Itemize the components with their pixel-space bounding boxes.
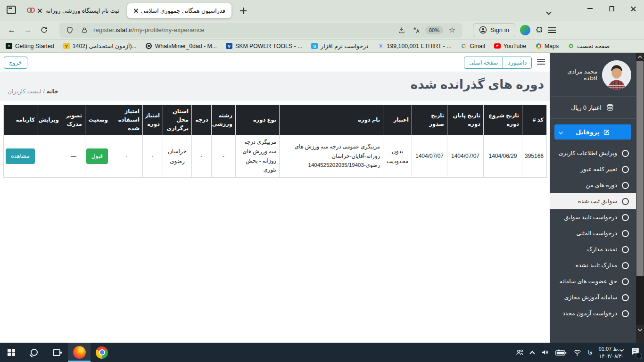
bookmark-getting-started[interactable]: ⚑Getting Started [6,43,54,49]
courses-table: # کد تاریخ شروع دوره تاریخ پایان دوره تا… [3,105,547,178]
profile-menu-button[interactable]: پروفایل [554,124,631,140]
chrome-icon [96,346,108,359]
circle-icon [622,230,629,237]
logout-button[interactable]: خروج [4,57,27,69]
menu-toggle-icon[interactable] [537,59,545,65]
tab-close-icon[interactable] [36,7,44,15]
edit-pencil-icon [603,129,610,136]
sidebar-item-edit-user-info[interactable]: ویرایش اطلاعات کاربری [550,145,636,161]
nav-button-group: صفحه اصلی داشبورد [464,57,532,69]
page-viewport: خروج صفحه اصلی داشبورد خانه / لیست کاربر… [0,53,644,343]
bookmark-skm-power-tools[interactable]: VSKM POWER TOOLS - ... [226,43,302,49]
extensions-puzzle-icon[interactable] [535,26,544,34]
dashboard-button[interactable]: داشبورد [503,57,532,69]
reload-icon [40,26,48,34]
gear-icon: ⚙ [568,43,574,49]
bookmark-exam-1402[interactable]: ?...(آزمون استخدامی (1402 [63,43,137,49]
cell-status: قبول [85,135,111,177]
scrollbar-track[interactable] [636,276,644,325]
col-province: استان محل برگزاری [163,105,192,135]
cell-certificate-image: — [62,135,85,177]
breadcrumb-home[interactable]: خانه [46,88,58,95]
circle-icon [622,166,629,173]
page-scrollbar[interactable] [636,53,644,343]
page-header: خانه / لیست کاربران دوره های گذرانده شده [0,72,550,101]
taskbar-firefox-button[interactable] [68,343,91,362]
idm-extension-icon[interactable] [520,25,530,35]
cell-issue-date: 1404/07/07 [412,135,447,177]
credit-amount: اعتبار 0 ریال [571,104,602,111]
col-end-date: تاریخ پایان دوره [447,105,484,135]
list-all-tabs-icon[interactable] [547,8,552,12]
sidebar-item-my-courses[interactable]: دوره های من [550,177,636,193]
bookmark-whatsminer[interactable]: WhatsMiner_0dad - M... [146,43,217,49]
people-icon[interactable] [515,348,524,357]
lock-icon[interactable] [79,25,90,36]
minimize-button[interactable] [579,0,601,17]
tab-favicon-circles-icon [27,8,35,14]
sidebar-item-membership-fees[interactable]: حق عضویت های سامانه [550,273,636,289]
tab-separator [21,6,21,15]
circle-icon [622,246,629,253]
courses-table-wrap: # کد تاریخ شروع دوره تاریخ پایان دوره تا… [0,101,550,178]
bookmark-maps[interactable]: Maps [535,43,559,49]
circle-icon [622,310,629,317]
bookmark-youtube[interactable]: YouTube [494,43,526,49]
taskbar-search-button[interactable] [23,343,45,362]
task-view-button[interactable] [45,343,68,362]
cell-degree: - [192,135,212,177]
firefox-view-icon[interactable] [7,6,16,14]
tab-close-icon[interactable] [132,7,140,15]
bookmark-software-request[interactable]: Sدرخواست نرم افزار [311,43,368,49]
wifi-icon[interactable] [573,348,582,357]
bookmark-ethirt[interactable]: ✳199,100,001 ETHIRT - ... [378,43,452,49]
sidebar-item-virtual-training[interactable]: سامانه آموزش مجازی [550,289,636,305]
s-icon: S [311,43,318,49]
user-name: محمد مرادی افتاده [554,68,597,82]
action-center-button[interactable] [630,347,640,358]
start-button[interactable] [0,343,23,362]
zoom-level-badge[interactable]: 80% [425,26,443,34]
scrollbar-thumb[interactable] [636,61,644,276]
close-button[interactable] [622,0,644,17]
home-page-button[interactable]: صفحه اصلی [464,57,503,69]
url-bar[interactable]: register.isfaf.ir/my-profile/my-experien… [59,23,462,38]
tab-station-registration[interactable]: ثبت نام ایستگاه ورزشی روزانه [23,3,125,18]
language-indicator[interactable]: فا [588,349,593,356]
col-edit: ویرایش [38,105,62,135]
battery-icon[interactable] [555,349,567,356]
translate-icon[interactable] [411,25,422,36]
bookmark-gmail[interactable]: GGmail [461,43,485,49]
taskbar-chrome-button[interactable] [91,343,113,362]
scroll-up-icon[interactable] [637,56,642,60]
tab-federation-active[interactable]: فدراسیون همگانی جمهوری اسلامی ای [127,3,231,18]
new-tab-button[interactable] [237,5,249,17]
clock-time: ب.ظ 01:07 [599,346,624,353]
app-menu-icon[interactable] [548,27,556,33]
downloads-icon[interactable] [396,25,407,36]
windows-logo-icon [8,349,15,356]
hidden-icons-chevron[interactable] [529,351,535,356]
taskbar-clock[interactable]: ب.ظ 01:07 ۱۴۰۴/۰۸/۳۰ [599,346,624,360]
scroll-down-icon[interactable] [637,327,642,332]
view-report-button[interactable]: مشاهده [6,148,35,164]
volume-icon[interactable] [540,348,549,357]
sign-in-button[interactable]: Sign in [473,23,515,37]
sidebar-item-renew-documents[interactable]: تمدید مدارک [550,241,636,257]
bookmark-star-icon[interactable]: ☆ [446,25,458,36]
bookmark-home-page[interactable]: ⚙صفحه نخست [568,43,610,49]
sidebar-item-records-approval-request[interactable]: درخواست تایید سوابق [550,209,636,225]
sidebar-item-unapproved-documents[interactable]: مدارک تایید نشده [550,257,636,273]
restore-button[interactable] [601,0,622,17]
back-button[interactable]: ← [5,23,19,37]
shield-icon[interactable] [64,25,75,36]
status-accepted-badge[interactable]: قبول [86,148,108,164]
reload-button[interactable] [37,23,51,37]
sidebar-item-change-password[interactable]: تغییر کلمه عبور [550,161,636,177]
sidebar-item-retest-request[interactable]: درخواست آزمون مجدد [550,305,636,321]
firefox-icon [73,346,86,359]
forward-button[interactable]: → [21,23,35,37]
sidebar-item-registered-records[interactable]: سوابق ثبت شده [550,193,636,209]
tab-title: فدراسیون همگانی جمهوری اسلامی ای [141,8,227,14]
sidebar-item-duplicate-request[interactable]: درخواست المثنی [550,225,636,241]
